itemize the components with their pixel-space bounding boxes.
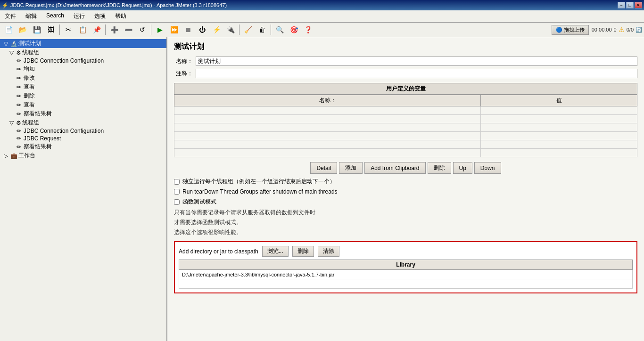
- tree-item-view2[interactable]: ✏ 查看: [0, 100, 166, 109]
- desc-line3: 选择这个选项很影响性能。: [174, 228, 637, 236]
- menu-run[interactable]: 运行: [71, 11, 88, 21]
- start-button[interactable]: ▶: [153, 24, 166, 36]
- tree-item-thread-group-1[interactable]: ▽ ⚙ 线程组: [0, 48, 166, 57]
- separator4: [239, 24, 239, 35]
- menu-options[interactable]: 选项: [91, 11, 108, 21]
- variables-table: 名称： 值: [174, 95, 637, 157]
- menu-file[interactable]: 文件: [2, 11, 19, 21]
- copy-button[interactable]: 📋: [76, 24, 89, 36]
- open-button[interactable]: 📂: [16, 24, 29, 36]
- new-button[interactable]: 📄: [2, 24, 15, 36]
- tree-item-result-tree-1[interactable]: ✏ 察看结果树: [0, 109, 166, 118]
- library-entry-2: [179, 279, 633, 289]
- tree-label-jdbc2: JDBC Connection Configuration: [24, 128, 104, 134]
- library-row-2: [179, 279, 633, 289]
- tree-item-add[interactable]: ✏ 增加: [0, 65, 166, 73]
- save-as-button[interactable]: 🖼: [44, 24, 58, 36]
- save-button[interactable]: 💾: [30, 24, 43, 36]
- tree-item-view[interactable]: ✏ 查看: [0, 82, 166, 91]
- teardown-checkbox[interactable]: [174, 189, 180, 195]
- tree-leaf-icon-view2: ✏: [15, 102, 23, 108]
- title-bar: ⚡ JDBC Request.jmx (D:\Jmeter\homework\J…: [0, 0, 644, 10]
- shutdown-button[interactable]: ⏻: [196, 24, 209, 36]
- minimize-button[interactable]: −: [618, 2, 625, 8]
- search-button[interactable]: 🔍: [273, 24, 286, 36]
- tree-leaf-icon-modify: ✏: [15, 75, 23, 81]
- table-row: [174, 123, 637, 132]
- tree-leaf-icon-jdbc1: ✏: [15, 57, 23, 64]
- timer-value: 00:00:00: [592, 27, 612, 32]
- add-button[interactable]: ➕: [107, 24, 121, 36]
- delete-var-button[interactable]: 删除: [428, 162, 451, 174]
- tree-item-jdbc-conn-1[interactable]: ✏ JDBC Connection Configuration: [0, 57, 166, 65]
- col-value-header: 值: [481, 95, 637, 106]
- functional-test-label: 函数测试模式: [182, 198, 216, 206]
- tree-item-thread-group-2[interactable]: ▽ ⚙ 线程组: [0, 118, 166, 127]
- main-layout: ▽ 🔬 测试计划 ▽ ⚙ 线程组 ✏ JDBC Connection Confi…: [0, 37, 644, 341]
- tree-expand-icon-tg2: ▽: [8, 120, 15, 126]
- name-row: 名称：: [174, 57, 637, 66]
- classpath-delete-button[interactable]: 删除: [292, 246, 314, 257]
- close-button[interactable]: ✕: [635, 2, 642, 8]
- detail-button[interactable]: Detail: [310, 162, 337, 174]
- menu-edit[interactable]: 编辑: [23, 11, 40, 21]
- warn-icon: ⚠: [619, 26, 625, 33]
- down-button[interactable]: Down: [474, 162, 501, 174]
- remove-button[interactable]: ➖: [122, 24, 135, 36]
- tree-label-add: 增加: [24, 65, 35, 73]
- functional-test-checkbox[interactable]: [174, 199, 180, 205]
- maximize-button[interactable]: □: [626, 2, 634, 8]
- paste-button[interactable]: 📌: [90, 24, 103, 36]
- tree-label-tg1: 线程组: [22, 49, 39, 57]
- comment-input[interactable]: [196, 69, 637, 78]
- toggle-button[interactable]: ↺: [136, 24, 149, 36]
- tree-leaf-icon-add: ✏: [15, 66, 23, 73]
- library-table: Library D:\Jmeter\apache-jmeter-3.3\lib\…: [179, 260, 633, 289]
- timer-display: 00:00:00 0 ⚠ 0/0 🔄: [592, 26, 642, 33]
- tree-item-modify[interactable]: ✏ 修改: [0, 73, 166, 82]
- go-button[interactable]: 🎯: [287, 24, 300, 36]
- remote-stop-button[interactable]: 🔌: [224, 24, 237, 36]
- tree-label-view2: 查看: [24, 101, 35, 109]
- menu-search[interactable]: Search: [43, 11, 67, 21]
- help-button[interactable]: ❓: [301, 24, 314, 36]
- classpath-browse-button[interactable]: 浏览...: [262, 246, 289, 257]
- title-bar-text: ⚡ JDBC Request.jmx (D:\Jmeter\homework\J…: [2, 2, 227, 8]
- tree-item-jdbc-req[interactable]: ✏ JDBC Request: [0, 135, 166, 142]
- checkbox-row-2: Run tearDown Thread Groups after shutdow…: [174, 188, 637, 195]
- tree-leaf-icon-result1: ✏: [15, 111, 23, 117]
- clear-all-button[interactable]: 🗑: [256, 24, 269, 36]
- classpath-clear-button[interactable]: 清除: [318, 246, 339, 257]
- cut-button[interactable]: ✂: [62, 24, 75, 36]
- tree-label-result2: 察看结果树: [24, 143, 52, 151]
- tree-leaf-icon-result2: ✏: [15, 144, 23, 150]
- start-no-pause-button[interactable]: ⏩: [167, 24, 181, 36]
- clear-button[interactable]: 🧹: [241, 24, 255, 36]
- name-label: 名称：: [174, 57, 193, 65]
- tree-item-workbench[interactable]: ▷ 💼 工作台: [0, 151, 166, 160]
- add-clipboard-button[interactable]: Add from Clipboard: [364, 162, 425, 174]
- tree-item-result-tree-2[interactable]: ✏ 察看结果树: [0, 142, 166, 151]
- comment-label: 注释：: [174, 70, 193, 78]
- library-entry-1: D:\Jmeter\apache-jmeter-3.3\lib\mysql-co…: [179, 270, 633, 279]
- upload-icon: 🔵: [556, 27, 562, 33]
- menu-help[interactable]: 帮助: [112, 11, 129, 21]
- tree-item-jdbc-conn-2[interactable]: ✏ JDBC Connection Configuration: [0, 127, 166, 135]
- sidebar: ▽ 🔬 测试计划 ▽ ⚙ 线程组 ✏ JDBC Connection Confi…: [0, 37, 167, 341]
- name-input[interactable]: [196, 57, 637, 66]
- stop-button[interactable]: ⏹: [182, 24, 195, 36]
- tree-node-icon-tg1: ⚙: [16, 49, 21, 56]
- remote-start-button[interactable]: ⚡: [210, 24, 223, 36]
- tree-item-delete[interactable]: ✏ 删除: [0, 91, 166, 100]
- upload-button[interactable]: 🔵 拖拽上传: [552, 25, 589, 35]
- tree-leaf-icon-view: ✏: [15, 84, 23, 90]
- tree-label-modify: 修改: [24, 74, 35, 82]
- independent-thread-groups-checkbox[interactable]: [174, 179, 180, 185]
- tree-item-test-plan[interactable]: ▽ 🔬 测试计划: [0, 39, 166, 48]
- tree-node-icon-tg2: ⚙: [16, 120, 21, 126]
- up-button[interactable]: Up: [453, 162, 472, 174]
- table-row: [174, 149, 637, 157]
- independent-thread-groups-label: 独立运行每个线程组（例如在一个组运行结束后启动下一个）: [182, 178, 335, 186]
- add-var-button[interactable]: 添加: [339, 162, 363, 174]
- teardown-label: Run tearDown Thread Groups after shutdow…: [182, 188, 338, 195]
